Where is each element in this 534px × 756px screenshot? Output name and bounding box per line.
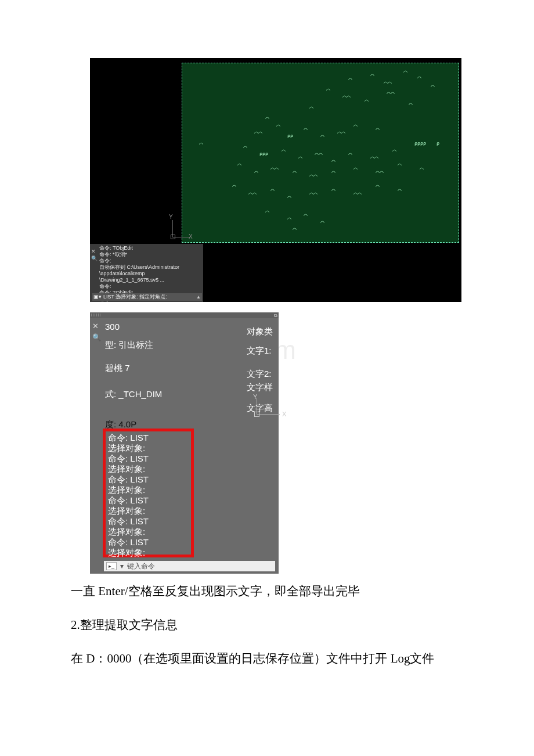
cmd-line: 自动保存到 C:\Users\Administrator (99, 264, 201, 271)
cmd-line: 选择对象: (108, 506, 189, 516)
expand-icon[interactable]: ▲ (196, 294, 201, 300)
text-line: 型: 引出标注 (105, 339, 162, 352)
dropdown-icon[interactable]: ▾ (120, 562, 124, 570)
cad-scatter-markers: ◠◠ ◠◠◠ ◠◠ ◠◠◠ ◠◠◠ ◠◠ ◠◠ ◠◠ᑭᑭ ◠◠ ◠◠◠ ◠◠ ᑭ… (182, 63, 459, 242)
cmd-line: 命令: LIST (108, 453, 189, 464)
command-placeholder: 键入命令 (127, 561, 155, 571)
prompt-icon: ▣▾ (93, 294, 102, 300)
restore-icon: ⧉ (274, 313, 277, 319)
text-line: 对象类 (247, 325, 273, 339)
left-text-column: 300 型: 引出标注 碧桃 7 式: _TCH_DIM (105, 321, 162, 401)
cmd-line: \Drawing2_1_1_6675.sv$ ... (99, 277, 201, 283)
search-icon[interactable]: 🔍 (92, 333, 101, 341)
text-line: 文字1: (247, 344, 273, 358)
document-page: ◠◠ ◠◠◠ ◠◠ ◠◠◠ ◠◠◠ ◠◠ ◠◠ ◠◠ᑭᑭ ◠◠ ◠◠◠ ◠◠ ᑭ… (0, 0, 534, 716)
right-text-column: 对象类 文字1: 文字2: 文字样 文字高 (247, 325, 273, 415)
cmd-line: 命令: (99, 258, 201, 264)
panel-titlebar[interactable]: ⧉ (90, 312, 279, 318)
axis-x-label: X (282, 411, 286, 417)
cmd-line: 命令: LIST (108, 474, 189, 485)
cmd-line: 选择对象: (108, 443, 189, 453)
close-icon[interactable]: ✕ (92, 322, 99, 330)
cad-ucs-axis: Y X (163, 218, 192, 241)
command-input-row[interactable]: ▸_ ▾ 键入命令 (104, 561, 275, 571)
grip-icon (91, 314, 102, 316)
cmd-line: 命令: TObjEdit (99, 245, 201, 251)
cad-screenshot-1: ◠◠ ◠◠◠ ◠◠ ◠◠◠ ◠◠◠ ◠◠ ◠◠ ◠◠ᑭᑭ ◠◠ ◠◠◠ ◠◠ ᑭ… (90, 58, 461, 302)
command-input-row[interactable]: ▣▾ LIST 选择对象: 指定对角点: ▲ (92, 293, 202, 301)
paragraph: 一直 Enter/空格至反复出现图示文字，即全部导出完毕 (46, 581, 488, 602)
text-line: 文字2: (247, 368, 273, 381)
cmd-line: 选择对象: (108, 464, 189, 474)
cmd-line: \appdata\local\temp (99, 271, 201, 277)
text-line: 文字高 (247, 402, 273, 415)
cmd-line: 命令: *取消* (99, 251, 201, 258)
text-line: 碧桃 7 (105, 362, 162, 375)
cmd-line: 命令: LIST (108, 433, 189, 443)
axis-y-label: Y (253, 393, 257, 400)
cmd-line: 命令: LIST (108, 516, 189, 527)
cmd-line: 选择对象: (108, 485, 189, 495)
cmd-line: 选择对象: (108, 527, 189, 537)
paragraph: 在 D：0000（在选项里面设置的日志保存位置）文件中打开 Log文件 (46, 648, 488, 669)
cad-viewport: ◠◠ ◠◠◠ ◠◠ ◠◠◠ ◠◠◠ ◠◠ ◠◠ ◠◠ᑭᑭ ◠◠ ◠◠◠ ◠◠ ᑭ… (182, 63, 459, 243)
paragraph: 2.整理提取文字信息 (46, 614, 488, 636)
axis-x-label: X (189, 233, 193, 240)
search-icon[interactable]: 🔍 (91, 255, 98, 262)
close-icon[interactable]: ✕ (91, 249, 96, 255)
cmd-line: 选择对象: (108, 548, 189, 558)
command-prompt-text: LIST 选择对象: 指定对角点: (103, 294, 167, 300)
cmd-line: 命令: (99, 283, 201, 290)
cmd-line: 命令: LIST (108, 495, 189, 506)
cad-screenshot-2: ⧉ ✕ 🔍 300 型: 引出标注 碧桃 7 式: _TCH_DIM 度: 4.… (90, 312, 279, 574)
text-line: 式: _TCH_DIM (105, 388, 162, 401)
text-line: 文字样 (247, 381, 273, 394)
text-line: 300 (105, 321, 162, 334)
cmd-line: 命令: LIST (108, 537, 189, 548)
command-panel: ✕ 🔍 命令: TObjEdit 命令: *取消* 命令: 自动保存到 C:\U… (90, 244, 203, 302)
axis-y-label: Y (169, 214, 173, 220)
prompt-icon[interactable]: ▸_ (106, 562, 117, 570)
highlighted-command-history: 命令: LIST 选择对象: 命令: LIST 选择对象: 命令: LIST 选… (103, 429, 194, 557)
